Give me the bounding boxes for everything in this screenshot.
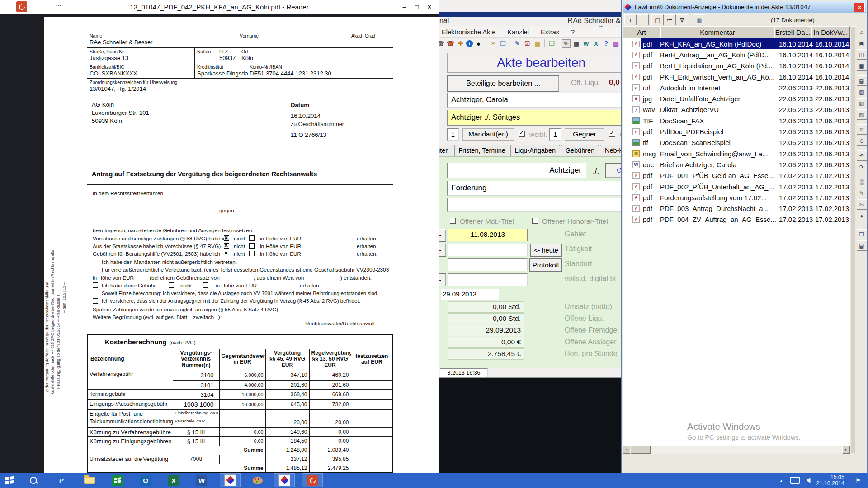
- lawfirm-taskbar-button[interactable]: [274, 473, 295, 487]
- store-icon[interactable]: [111, 474, 124, 487]
- document-row[interactable]: ApdfPKH_KFA_an_AG_Köln (PdfDoc)16.10.201…: [623, 38, 850, 49]
- start-button[interactable]: [4, 474, 16, 487]
- word-icon[interactable]: W: [195, 474, 208, 487]
- offener-mdt-titel-checkbox[interactable]: [450, 218, 456, 224]
- lawfirm-taskbar-button[interactable]: [220, 473, 241, 487]
- tray-chevron-icon[interactable]: ▴: [775, 474, 788, 487]
- search-archive-button[interactable]: ▥: [693, 14, 705, 25]
- print-list-button[interactable]: ▤: [651, 14, 664, 25]
- menu-kanzlei[interactable]: Kanzlei: [507, 28, 529, 36]
- column-header-kommentar[interactable]: Kommentar: [660, 26, 774, 38]
- action-center-icon[interactable]: ⚑: [852, 474, 864, 487]
- print-icon[interactable]: ▤: [857, 240, 867, 251]
- vom-date-field[interactable]: 29.09.2013: [441, 289, 499, 300]
- pattern2-icon[interactable]: ▥: [857, 87, 867, 97]
- info-icon[interactable]: [466, 40, 473, 47]
- mandant-count-field[interactable]: 1: [447, 128, 459, 141]
- document-row[interactable]: ♪wavDiktat_AchtzigerVU22.06.201322.06.20…: [623, 104, 850, 115]
- context-help-icon[interactable]: [602, 39, 610, 48]
- document-row[interactable]: eurlAutoclub im Internet22.06.201322.06.…: [623, 82, 850, 93]
- filter-button[interactable]: ∇: [676, 14, 688, 25]
- annotate-icon[interactable]: ✎: [857, 188, 867, 198]
- document-row[interactable]: ApdfPDF_002_PfÜB_Unterhalt_an_AG_...17.0…: [623, 181, 850, 192]
- rotate-right-icon[interactable]: ↷: [857, 162, 867, 172]
- document-row[interactable]: ❖jpgDatei_Unfallfoto_Achtziger22.06.2013…: [623, 93, 850, 104]
- pattern3-icon[interactable]: ▧: [857, 98, 867, 108]
- column-header-dokvw[interactable]: In DokVw...: [811, 26, 850, 38]
- rubrum-left-field[interactable]: Achtziger: [447, 163, 586, 178]
- document-row[interactable]: WdocBrief an Achtziger, Carola12.06.2013…: [623, 159, 850, 170]
- document-row[interactable]: ApdfBerH_Antrag__an_AG_Köln (PdfD...16.1…: [623, 49, 850, 60]
- calculator-icon[interactable]: [572, 39, 580, 48]
- document-row[interactable]: ApdfPKH_Erkl_wirtsch_Verh_an_AG_Kö...16.…: [623, 71, 850, 82]
- image-view-icon[interactable]: ▣: [857, 38, 867, 48]
- tab-liqu-angaben[interactable]: Liqu-Angaben: [510, 145, 560, 156]
- menu-extras[interactable]: Extras: [541, 28, 559, 36]
- task-check-icon[interactable]: [523, 39, 532, 48]
- menu-help[interactable]: ?: [571, 28, 575, 36]
- close-button[interactable]: ✕: [423, 0, 436, 14]
- deadline-ball-icon[interactable]: [474, 39, 483, 48]
- paint-icon[interactable]: [251, 474, 264, 487]
- document-row[interactable]: ApdfBerH_Liquidation_an_AG_Köln (Pd...16…: [623, 61, 850, 71]
- document-search-icon[interactable]: [499, 39, 507, 48]
- tools-icon[interactable]: [456, 39, 465, 48]
- lawbook-icon[interactable]: [612, 39, 620, 48]
- beteiligte-bearbeiten-button[interactable]: Beteiligte bearbeiten ...: [447, 75, 559, 92]
- add-document-button[interactable]: +: [624, 14, 637, 25]
- reader-titlebar[interactable]: ••• 13_01047_PDF_042_PKH_KFA_an_AG_Köln.…: [0, 0, 439, 14]
- menu-elektronische-akte[interactable]: Elektronische Akte: [442, 28, 495, 36]
- scrollbar-thumb[interactable]: [631, 446, 651, 454]
- network-icon[interactable]: [788, 474, 801, 487]
- outlook-icon[interactable]: O: [139, 474, 152, 487]
- field-empty[interactable]: [448, 273, 528, 286]
- stamp-icon[interactable]: ♦: [857, 211, 867, 221]
- offener-honorar-titel-checkbox[interactable]: [532, 218, 538, 224]
- document-row[interactable]: TIFDocScan_FAX12.06.201312.06.2013: [623, 115, 850, 126]
- file-explorer-icon[interactable]: [83, 474, 96, 487]
- fill-icon[interactable]: ▒: [857, 177, 867, 187]
- pattern1-icon[interactable]: ▤: [857, 75, 867, 86]
- document-row[interactable]: tifDocScan_ScanBeispiel12.06.201312.06.2…: [623, 137, 850, 148]
- tab-gebuehren[interactable]: Gebühren: [561, 145, 599, 156]
- tree-view-button[interactable]: ≔: [664, 14, 676, 25]
- word-export-icon[interactable]: [582, 39, 590, 48]
- zoom-in-icon[interactable]: ⊕: [857, 124, 867, 135]
- heute-button[interactable]: <- heute: [530, 244, 562, 257]
- percent-icon[interactable]: [562, 39, 571, 48]
- clock[interactable]: 15:05 21.10.2014: [813, 474, 844, 487]
- edit-icon[interactable]: [513, 39, 522, 48]
- tab-fristen-termine[interactable]: Fristen, Termine: [454, 145, 509, 156]
- gegner-count-field[interactable]: 1: [549, 128, 561, 141]
- scroll-right-button[interactable]: ►: [842, 446, 850, 454]
- weiblich-checkbox[interactable]: [519, 131, 525, 137]
- mail-icon[interactable]: [489, 39, 497, 48]
- column-header-art[interactable]: Art: [623, 26, 660, 38]
- document-row[interactable]: ApdfPdfDoc_PDFBeispiel12.06.201312.06.20…: [623, 126, 850, 137]
- find-icon[interactable]: ⌂: [857, 27, 867, 37]
- document-row[interactable]: ApdfForderungsaufstellung vom 17.02...17…: [623, 192, 850, 203]
- close-button[interactable]: ✕: [854, 3, 865, 12]
- phone-red-icon[interactable]: [446, 39, 455, 48]
- maximize-button[interactable]: □: [410, 0, 423, 14]
- zoom-out-icon[interactable]: ⊖: [857, 136, 867, 146]
- scroll-left-button[interactable]: ◄: [623, 446, 630, 454]
- excel-export-icon[interactable]: [592, 39, 600, 48]
- document-row[interactable]: ApdfPDF_001_PfÜB_Geld an_AG_Esse...17.02…: [623, 170, 850, 181]
- column-header-erstelldatum[interactable]: Erstell-Da...: [774, 26, 811, 38]
- minimize-button[interactable]: –: [398, 0, 410, 14]
- date-field-empty[interactable]: [448, 244, 528, 256]
- cut-icon[interactable]: ✄: [857, 199, 867, 210]
- copy-icon[interactable]: ❐: [857, 229, 867, 239]
- gegner-weiblich-checkbox[interactable]: [609, 131, 615, 137]
- stack-check-icon[interactable]: [547, 39, 556, 48]
- internet-explorer-icon[interactable]: e: [55, 474, 68, 487]
- dokument-anzeige-titlebar[interactable]: LawFirm® Dokument-Anzeige - Dokumente in…: [623, 1, 866, 13]
- notes-icon[interactable]: [533, 39, 542, 48]
- remove-document-button[interactable]: −: [637, 14, 649, 25]
- horizontal-scrollbar[interactable]: ◄ ►: [623, 446, 850, 454]
- field-empty[interactable]: [448, 258, 528, 271]
- document-row[interactable]: ApdfPDF_004_ZV_Auftrag_an_AG_Esse...17.0…: [623, 214, 850, 225]
- pattern4-icon[interactable]: ▨: [857, 109, 867, 120]
- search-icon[interactable]: [27, 474, 40, 487]
